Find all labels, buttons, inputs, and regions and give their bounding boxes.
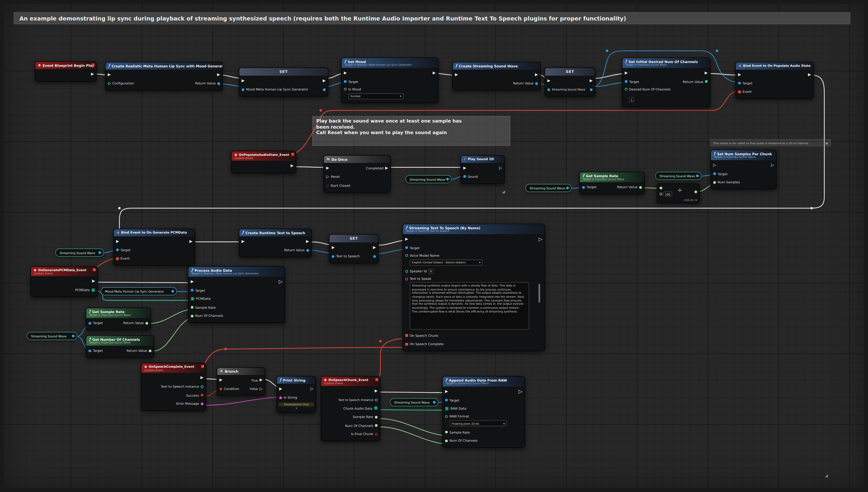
exec-in-pin[interactable]: ▶ (326, 166, 329, 170)
target-pin[interactable]: Target (405, 246, 420, 249)
target-pin[interactable]: Target (625, 80, 639, 83)
object-pin-icon[interactable] (98, 251, 101, 254)
delegate-pin[interactable] (93, 268, 96, 271)
node-do-once[interactable]: ⇆Do Once ▶▶Completed ▷Reset ◇Start Close… (324, 155, 391, 193)
comment-play-back[interactable]: Play back the sound wave once at least o… (312, 116, 510, 146)
exec-in-pin[interactable]: ▶ (455, 73, 458, 77)
configuration-pin[interactable]: Configuration (108, 82, 134, 85)
mood-dropdown[interactable]: Excited▾ (348, 93, 404, 99)
node-on-populate-audio-state-event[interactable]: ◆OnPopulateAudioState_EventCustom Event … (231, 151, 296, 173)
node-on-speech-complete-event[interactable]: ◆OnSpeechComplete_EventCustom Event ▶ Te… (141, 363, 206, 411)
true-exec-pin[interactable]: ▶True (251, 378, 263, 382)
delegate-pin[interactable] (92, 64, 95, 67)
var-out-pin[interactable] (373, 255, 376, 258)
exec-out-pin[interactable]: ▶ (201, 376, 204, 380)
return-value-pin[interactable]: Return Value (683, 80, 708, 83)
object-pin-icon[interactable] (171, 290, 174, 293)
raw-format-dropdown[interactable]: Floating point 32-bit▾ (449, 420, 507, 426)
divide-b-input[interactable]: 100 (663, 192, 672, 197)
target-pin[interactable]: Target (344, 80, 358, 83)
variable-get-streaming-sound-wave-3[interactable]: Streaming Sound Wave (655, 172, 702, 180)
comment-resize-icon[interactable]: ◢ (502, 190, 505, 194)
variable-get-streaming-sound-wave-5[interactable]: Streaming Sound Wave (27, 332, 77, 340)
node-on-generate-pcmdata-event[interactable]: ◆OnGeneratePCMData_EventCustom Event ▶ ▦… (30, 266, 98, 297)
return-value-pin[interactable]: Return Value (123, 321, 148, 325)
comment-ten-ms[interactable]: This needs to be called so that audio is… (710, 139, 831, 146)
chunk-audio-data-pin[interactable]: ▦Chunk Audio Data (343, 407, 378, 410)
delegate-pin[interactable] (202, 365, 204, 368)
pcmdata-pin[interactable]: ▦PCMData (75, 288, 95, 292)
node-set-initial-desired-num-channels[interactable]: ƒSet Initial Desired Num Of ChannelsTarg… (622, 57, 711, 107)
divide-input-a-pin[interactable] (660, 187, 662, 190)
text-to-speak-input[interactable]: Streaming synthesis output begins with a… (410, 282, 529, 329)
in-string-pin[interactable]: In String (279, 396, 297, 399)
expand-advanced-chevron-icon[interactable]: ▾ (277, 407, 316, 410)
error-message-pin[interactable]: Error Message (176, 402, 204, 405)
exec-in-pin[interactable]: ▶ (625, 71, 628, 75)
exec-out-pin[interactable]: ▷ (310, 387, 313, 391)
node-set-text-to-speech-var[interactable]: SET ▶▶ Text to Speech (329, 234, 379, 263)
object-pin-icon[interactable] (72, 335, 75, 338)
exec-in-pin[interactable]: ▶ (463, 166, 466, 170)
in-mood-pin[interactable]: In Mood (344, 88, 361, 91)
exec-out-pin[interactable]: ▶ (375, 389, 378, 393)
var-in-pin[interactable]: Text to Speech (332, 255, 360, 258)
sample-rate-pin[interactable]: Sample Rate (445, 430, 470, 434)
var-out-pin[interactable] (590, 88, 593, 91)
node-play-sound-2d[interactable]: ♪Play Sound 2D ▶▷ Sound (461, 155, 505, 183)
target-pin[interactable]: Target (89, 321, 103, 325)
exec-out-pin[interactable]: ▶ (590, 79, 592, 83)
exec-in-pin[interactable]: ▶ (191, 280, 193, 284)
exec-out-pin[interactable]: ▶ (91, 73, 94, 76)
text-to-speak-pin[interactable]: Text to Speak (405, 277, 431, 280)
node-set-num-samples-per-chunk[interactable]: ƒSet Num Samples Per ChunkTarget is Impo… (710, 150, 777, 190)
pcmdata-pin[interactable]: ▦PCMData (191, 297, 211, 301)
node-get-sample-rate-2[interactable]: ƒGet Sample RateTarget is Imported Sound… (86, 308, 151, 330)
exec-in-pin[interactable]: ▶ (241, 79, 244, 83)
event-delegate-pin[interactable]: Event (116, 257, 130, 260)
desired-num-channels-pin[interactable]: Desired Num Of Channels (625, 88, 671, 91)
object-pin-icon[interactable] (696, 175, 699, 177)
exec-out-pin[interactable]: ▶ (808, 73, 811, 77)
return-value-pin[interactable]: Return Value (513, 82, 538, 85)
exec-out-pin[interactable]: ▶ (92, 279, 95, 283)
divide-output-pin[interactable] (695, 191, 697, 193)
node-create-lip-sync[interactable]: ƒCreate Realistic Meta Human Lip Sync wi… (105, 62, 223, 91)
exec-in-pin[interactable]: ▶ (241, 240, 244, 244)
exec-in-pin[interactable]: ▶ (738, 73, 741, 77)
node-set-mood[interactable]: ƒSet MoodTarget is Realistic Meta Human … (341, 57, 438, 103)
false-exec-pin[interactable]: ▷False (250, 387, 263, 391)
return-value-pin[interactable]: Return Value (617, 186, 642, 189)
voice-model-dropdown[interactable]: English (United States) - Kokoro (Adam)▾ (410, 259, 483, 265)
delegate-pin[interactable] (375, 378, 378, 381)
exec-in-pin[interactable]: ▶ (344, 71, 347, 75)
speaker-id-input[interactable]: 0 (428, 269, 434, 274)
node-set-streaming-sound-wave-var[interactable]: SET ▶▶ Streaming Sound Wave (544, 67, 595, 97)
node-append-audio-data-from-raw[interactable]: ƒAppend Audio Data From RAWTarget is Str… (442, 376, 525, 448)
exec-in-pin[interactable]: ▶ (108, 73, 111, 77)
object-pin-icon[interactable] (433, 401, 436, 404)
delegate-pin[interactable] (291, 153, 294, 156)
tts-instance-pin[interactable]: Text to Speech Instance (338, 398, 378, 401)
condition-pin[interactable]: Condition (219, 387, 239, 391)
exec-out-pin[interactable]: ▶ (189, 240, 192, 243)
num-channels-pin[interactable]: Num Of Channels (191, 314, 223, 317)
target-pin[interactable]: Target (713, 172, 728, 175)
exec-in-pin[interactable]: ▶ (445, 390, 448, 393)
node-get-sample-rate-1[interactable]: ƒGet Sample RateTarget is Imported Sound… (580, 172, 644, 194)
sound-pin[interactable]: Sound (463, 175, 478, 178)
var-in-pin[interactable]: Mood Meta Human Lip Sync Generator (241, 88, 308, 91)
exec-out-pin[interactable]: ▷ (279, 279, 282, 284)
exec-out-pin[interactable]: ▶ (306, 240, 309, 244)
raw-data-pin[interactable]: ▦RAW Data (445, 407, 466, 411)
num-channels-pin[interactable]: Num Of Channels (445, 439, 477, 442)
exec-out-pin[interactable]: ▶ (290, 164, 294, 168)
on-speech-complete-delegate-pin[interactable]: On Speech Complete (405, 343, 444, 346)
node-streaming-tts-by-name[interactable]: ƒStreaming Text To Speech (By Name)Targe… (402, 224, 545, 351)
return-value-pin[interactable]: Return Value (284, 249, 309, 252)
var-in-pin[interactable]: Streaming Sound Wave (547, 88, 585, 91)
variable-get-streaming-sound-wave-6[interactable]: Streaming Sound Wave (390, 398, 438, 407)
reset-exec-pin[interactable]: ▷Reset (326, 175, 340, 179)
exec-out-pin[interactable]: ▷ (538, 237, 542, 242)
exec-out-pin[interactable]: ▷ (518, 389, 522, 394)
